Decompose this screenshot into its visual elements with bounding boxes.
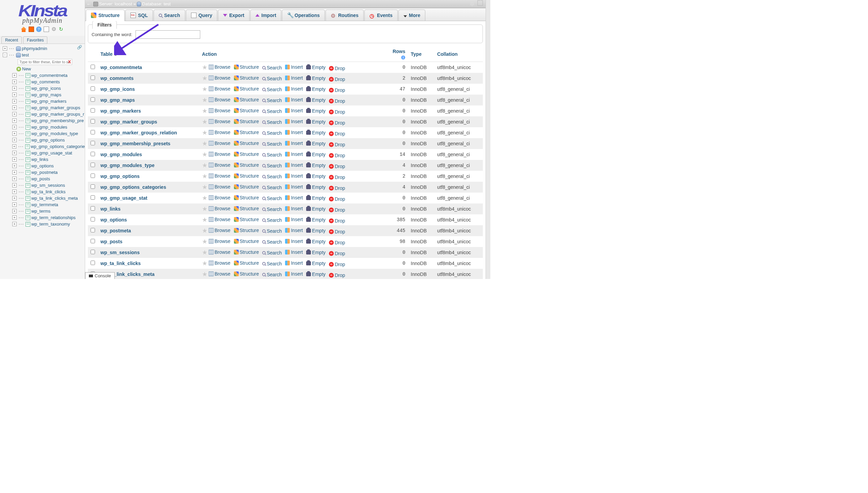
action-insert[interactable]: Insert	[291, 151, 303, 157]
action-search[interactable]: Search	[267, 239, 282, 245]
action-structure[interactable]: Structure	[240, 184, 259, 190]
action-empty[interactable]: Empty	[312, 261, 326, 266]
tree-table-label[interactable]: wp_sm_sessions	[31, 183, 65, 188]
action-drop[interactable]: Drop	[335, 207, 345, 213]
action-search[interactable]: Search	[267, 98, 282, 103]
table-name-link[interactable]: wp_gmp_marker_groups	[100, 119, 157, 125]
action-empty[interactable]: Empty	[312, 108, 326, 114]
console-toggle[interactable]: Console	[85, 272, 115, 279]
tab-more[interactable]: More	[398, 10, 425, 21]
table-name-link[interactable]: wp_sm_sessions	[100, 250, 140, 255]
server-link[interactable]: localhost	[115, 1, 132, 6]
tree-table-item[interactable]: +⋯wp_gmp_usage_stat	[1, 150, 85, 156]
action-drop[interactable]: Drop	[335, 240, 345, 245]
action-search[interactable]: Search	[267, 207, 282, 212]
action-browse[interactable]: Browse	[215, 162, 231, 168]
action-browse[interactable]: Browse	[215, 217, 231, 222]
action-insert[interactable]: Insert	[291, 97, 303, 102]
action-search[interactable]: Search	[267, 87, 282, 92]
favorite-icon[interactable]: ★	[202, 206, 207, 212]
tree-table-item[interactable]: +⋯wp_gmp_marker_groups_r	[1, 111, 85, 117]
expand-icon[interactable]: +	[12, 118, 17, 123]
expand-icon[interactable]: +	[12, 164, 17, 168]
action-search[interactable]: Search	[267, 65, 282, 70]
tab-query[interactable]: Query	[186, 10, 217, 21]
help-icon[interactable]: ?	[36, 27, 42, 32]
row-checkbox[interactable]	[91, 174, 95, 178]
action-insert[interactable]: Insert	[291, 75, 303, 81]
action-drop[interactable]: Drop	[335, 196, 345, 202]
action-drop[interactable]: Drop	[335, 175, 345, 180]
tree-table-label[interactable]: wp_gmp_modules	[31, 125, 67, 130]
action-insert[interactable]: Insert	[291, 108, 303, 113]
action-browse[interactable]: Browse	[215, 260, 231, 266]
action-structure[interactable]: Structure	[240, 173, 259, 179]
favorite-icon[interactable]: ★	[202, 249, 207, 256]
action-empty[interactable]: Empty	[312, 272, 326, 277]
tree-new-label[interactable]: New	[22, 66, 31, 71]
table-name-link[interactable]: wp_gmp_options_categories	[100, 184, 166, 190]
back-arrow-icon[interactable]: ←	[86, 1, 91, 7]
table-name-link[interactable]: wp_comments	[100, 76, 133, 81]
action-search[interactable]: Search	[267, 174, 282, 179]
action-empty[interactable]: Empty	[312, 228, 326, 233]
row-checkbox[interactable]	[91, 217, 95, 221]
action-empty[interactable]: Empty	[312, 97, 326, 103]
action-drop[interactable]: Drop	[335, 218, 345, 224]
collapse-topbar-icon[interactable]: ⌃	[477, 0, 483, 6]
action-empty[interactable]: Empty	[312, 152, 326, 157]
action-drop[interactable]: Drop	[335, 66, 345, 71]
action-browse[interactable]: Browse	[215, 151, 231, 157]
expand-icon[interactable]: +	[12, 215, 17, 220]
row-checkbox[interactable]	[91, 206, 95, 211]
favorite-icon[interactable]: ★	[202, 271, 207, 278]
expand-icon[interactable]: +	[12, 170, 17, 175]
favorite-icon[interactable]: ★	[202, 140, 207, 147]
table-name-link[interactable]: wp_gmp_marker_groups_relation	[100, 130, 177, 135]
favorite-icon[interactable]: ★	[202, 260, 207, 267]
table-name-link[interactable]: wp_links	[100, 206, 121, 212]
table-name-link[interactable]: wp_postmeta	[100, 228, 131, 233]
action-structure[interactable]: Structure	[240, 271, 259, 277]
tree-table-label[interactable]: wp_posts	[31, 176, 50, 181]
table-name-link[interactable]: wp_gmp_maps	[100, 97, 135, 103]
favorite-icon[interactable]: ★	[202, 151, 207, 158]
tree-table-item[interactable]: +⋯wp_sm_sessions	[1, 182, 85, 188]
expand-icon[interactable]: +	[12, 177, 17, 181]
expand-icon[interactable]: +	[12, 105, 17, 110]
tree-table-label[interactable]: wp_commentmeta	[31, 73, 67, 78]
action-structure[interactable]: Structure	[240, 151, 259, 157]
action-empty[interactable]: Empty	[312, 174, 326, 179]
tab-sql[interactable]: SQL	[125, 10, 153, 21]
tree-table-item[interactable]: +⋯wp_gmp_modules	[1, 124, 85, 130]
action-insert[interactable]: Insert	[291, 239, 303, 244]
action-empty[interactable]: Empty	[312, 119, 326, 125]
action-insert[interactable]: Insert	[291, 271, 303, 277]
action-structure[interactable]: Structure	[240, 97, 259, 102]
row-checkbox[interactable]	[91, 119, 95, 124]
action-structure[interactable]: Structure	[240, 86, 259, 92]
link-icon[interactable]: 🔗	[77, 45, 82, 50]
tree-table-item[interactable]: +⋯wp_gmp_modules_type	[1, 130, 85, 137]
favorite-icon[interactable]: ★	[202, 238, 207, 245]
filter-input[interactable]	[136, 30, 200, 39]
action-insert[interactable]: Insert	[291, 206, 303, 211]
favorite-icon[interactable]: ★	[202, 216, 207, 223]
tab-export[interactable]: Export	[218, 10, 249, 21]
action-insert[interactable]: Insert	[291, 86, 303, 92]
tree-table-label[interactable]: wp_gmp_markers	[31, 99, 66, 104]
action-structure[interactable]: Structure	[240, 64, 259, 70]
action-browse[interactable]: Browse	[215, 119, 231, 124]
tree-new-table[interactable]: ✦ New	[1, 66, 85, 72]
tree-table-label[interactable]: wp_termmeta	[31, 202, 58, 207]
row-checkbox[interactable]	[91, 184, 95, 189]
row-checkbox[interactable]	[91, 108, 95, 113]
action-insert[interactable]: Insert	[291, 217, 303, 222]
action-insert[interactable]: Insert	[291, 184, 303, 190]
action-drop[interactable]: Drop	[335, 109, 345, 115]
favorite-icon[interactable]: ★	[202, 97, 207, 103]
expand-icon[interactable]: +	[12, 209, 17, 213]
table-name-link[interactable]: wp_ta_link_clicks	[100, 261, 141, 266]
tab-search[interactable]: Search	[154, 10, 185, 21]
action-search[interactable]: Search	[267, 130, 282, 136]
